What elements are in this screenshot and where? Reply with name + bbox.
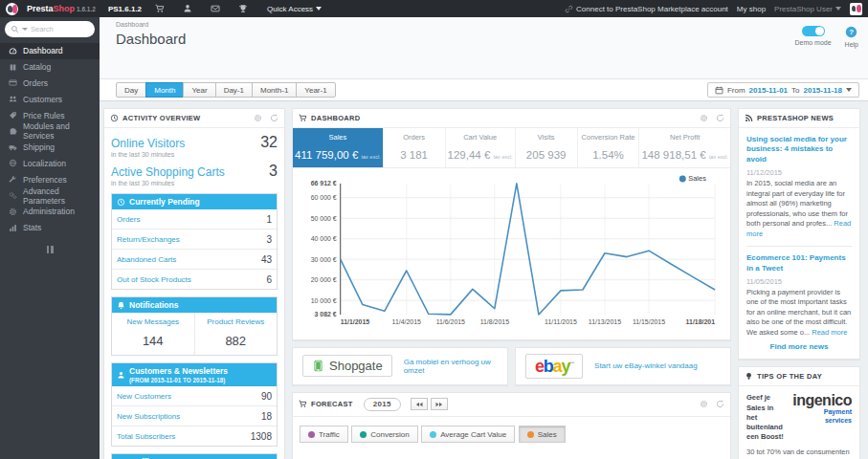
article-title-link[interactable]: Using social media for your business: 4 … <box>746 135 852 164</box>
range-day-1-button[interactable]: Day-1 <box>215 82 253 98</box>
legend-conversion-button[interactable]: Conversion <box>351 426 417 443</box>
gear-icon[interactable] <box>254 114 262 122</box>
notifications-section: Notifications New Messages144 Product Re… <box>111 296 278 356</box>
help-label: Help <box>845 41 858 48</box>
active-carts-value: 3 <box>269 163 278 180</box>
read-more-link[interactable]: Read more <box>812 328 847 337</box>
sidebar-item-orders[interactable]: Orders <box>0 76 100 92</box>
brand-title: PrestaShop1.6.1.2 <box>27 4 96 13</box>
forecast-next-button[interactable] <box>431 398 448 410</box>
kpi-visits-tab[interactable]: Visits205 939 <box>515 128 577 167</box>
ebay-link[interactable]: Start uw eBay-winkel vandaag <box>594 361 698 370</box>
trophy-icon[interactable] <box>234 4 253 13</box>
customers-icon[interactable] <box>178 4 197 13</box>
sales-chart[interactable]: 66 912 €60 000 €50 000 €40 000 €30 000 €… <box>299 172 724 336</box>
kpi-conversion-tab[interactable]: Conversion Rate1.54% <box>577 128 639 167</box>
sidebar-item-modules[interactable]: Modules and Services <box>0 123 100 140</box>
tips-panel-title: TIPS OF THE DAY <box>757 372 822 381</box>
avg-cart-value-dot-icon <box>430 431 436 438</box>
svg-text:11/11/2015: 11/11/2015 <box>545 318 577 325</box>
search-scope-caret-icon[interactable] <box>22 28 28 31</box>
article-title-link[interactable]: Ecommerce 101: Payments in a Tweet <box>746 253 852 273</box>
range-year-button[interactable]: Year <box>183 82 215 98</box>
sidebar-item-customers[interactable]: Customers <box>0 91 100 107</box>
range-month-button[interactable]: Month <box>145 82 184 98</box>
gear-icon[interactable] <box>700 114 708 122</box>
messages-icon[interactable] <box>206 4 225 13</box>
gauge-icon <box>9 47 17 55</box>
search-input[interactable] <box>31 25 89 33</box>
date-range-picker[interactable]: From2015-11-01 To2015-11-18 <box>707 82 859 98</box>
svg-text:3 082 €: 3 082 € <box>315 311 337 317</box>
kpi-orders-tab[interactable]: Orders3 181 <box>383 128 445 167</box>
find-more-news-link[interactable]: Find more news <box>746 342 852 351</box>
sidebar-item-administration[interactable]: Administration <box>0 204 100 220</box>
quick-access-menu[interactable]: Quick Access <box>267 5 322 13</box>
prestashop-logo-icon[interactable] <box>6 3 18 15</box>
sidebar-collapse-button[interactable] <box>44 246 56 253</box>
svg-text:60 000 €: 60 000 € <box>311 194 337 201</box>
online-visitors-value: 32 <box>260 134 278 151</box>
date-range-buttons: Day Month Year Day-1 Month-1 Year-1 <box>116 82 336 98</box>
sidebar-item-catalog[interactable]: Catalog <box>0 59 100 76</box>
sidebar-item-dashboard[interactable]: Dashboard <box>0 43 100 59</box>
kpi-cart-value-tab[interactable]: Cart Value129,44 € tax excl. <box>445 128 515 167</box>
user-avatar[interactable] <box>850 3 862 15</box>
fast-forward-icon <box>435 401 443 408</box>
refresh-icon[interactable] <box>716 400 724 408</box>
legend-avg-cart-value-button[interactable]: Average Cart Value <box>421 426 515 443</box>
pending-returns-row: Return/Exchanges3 <box>112 229 277 249</box>
ebay-banner[interactable]: ebay™ Start uw eBay-winkel vandaag <box>515 347 731 385</box>
svg-text:30 000 €: 30 000 € <box>311 256 337 263</box>
sidebar-item-localization[interactable]: Localization <box>0 156 100 172</box>
new-messages-cell[interactable]: New Messages144 <box>112 313 194 355</box>
forecast-prev-button[interactable] <box>411 398 428 410</box>
user-menu[interactable]: PrestaShop User <box>774 5 841 13</box>
sidebar-item-stats[interactable]: Stats <box>0 220 100 236</box>
gear-icon[interactable] <box>700 400 708 408</box>
traffic-section: Traffic(FROM 2015-11-01 TO 2015-11-18) L… <box>111 453 278 459</box>
refresh-icon[interactable] <box>270 114 278 122</box>
online-visitors-link[interactable]: Online Visitors <box>111 137 185 150</box>
shopgate-banner[interactable]: Shopgate Ga mobiel en verhoog uw omzet <box>292 347 508 385</box>
range-day-button[interactable]: Day <box>116 82 146 98</box>
sidebar-search[interactable] <box>5 21 95 37</box>
my-shop-link[interactable]: My shop <box>737 5 766 13</box>
news-article: Using social media for your business: 4 … <box>746 135 852 239</box>
cart-icon[interactable] <box>150 4 169 13</box>
demo-mode-toggle[interactable] <box>802 26 825 36</box>
refresh-icon[interactable] <box>716 114 724 122</box>
sales-dot-icon <box>527 431 534 438</box>
ingenico-logo[interactable]: ingenico Paymentservices <box>788 393 852 424</box>
legend-sales-button[interactable]: Sales <box>519 426 566 443</box>
news-article: Ecommerce 101: Payments in a Tweet 11/05… <box>746 253 852 338</box>
ebay-logo: ebay™ <box>525 354 583 379</box>
marketplace-link[interactable]: Connect to PrestaShop Marketplace accoun… <box>565 5 728 13</box>
clock-icon <box>110 114 119 122</box>
range-year-1-button[interactable]: Year-1 <box>296 82 335 98</box>
dashboard-panel: DASHBOARD Sales411 759,00 € tax excl. Or… <box>292 108 731 340</box>
range-month-1-button[interactable]: Month-1 <box>252 82 297 98</box>
chevron-down-icon <box>316 7 322 11</box>
sidebar-item-shipping[interactable]: Shipping <box>0 140 100 156</box>
top-bar: PrestaShop1.6.1.2 PS1.6.1.2 Quick Access… <box>0 0 868 17</box>
bell-icon <box>117 301 125 310</box>
rss-icon <box>745 114 753 122</box>
kpi-net-profit-tab[interactable]: Net Profit148 918,51 € tax excl. <box>638 128 730 167</box>
svg-text:Sales: Sales <box>688 174 706 183</box>
legend-traffic-button[interactable]: Traffic <box>300 426 348 443</box>
tip-headline: Geef je Sales in het buitenland een Boos… <box>746 393 785 442</box>
svg-text:40 000 €: 40 000 € <box>311 235 337 242</box>
calendar-icon <box>715 86 723 95</box>
help-icon[interactable] <box>845 26 857 38</box>
shopgate-link[interactable]: Ga mobiel en verhoog uw omzet <box>404 358 498 375</box>
breadcrumb[interactable]: Dashboard <box>116 21 860 28</box>
bar-chart-icon <box>9 224 17 232</box>
sidebar-item-advanced-parameters[interactable]: Advanced Parameters <box>0 187 100 204</box>
activity-overview-panel: ACTIVITY OVERVIEW Online Visitors 32 in … <box>103 108 285 459</box>
active-carts-link[interactable]: Active Shopping Carts <box>111 165 225 179</box>
total-subscribers-row: Total Subscribers1308 <box>112 426 277 446</box>
product-reviews-cell[interactable]: Product Reviews882 <box>194 313 278 355</box>
kpi-sales-tab[interactable]: Sales411 759,00 € tax excl. <box>293 128 383 167</box>
credit-card-icon <box>9 78 17 87</box>
